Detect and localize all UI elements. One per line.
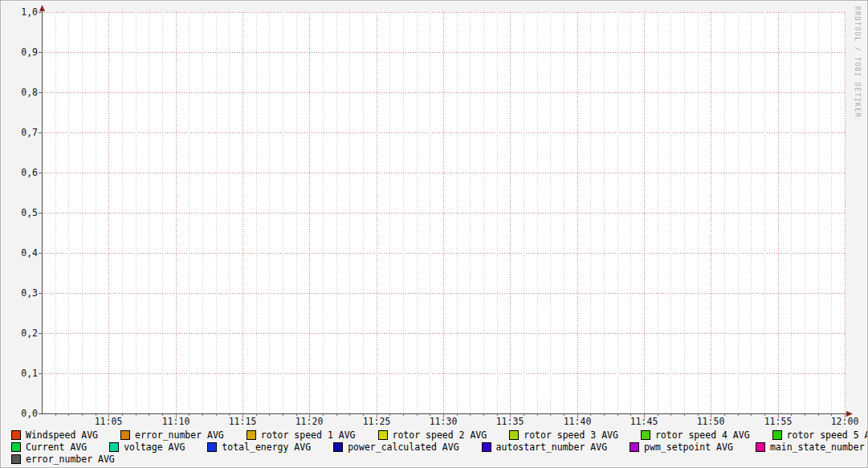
legend-swatch	[247, 430, 256, 440]
legend-swatch	[109, 442, 119, 452]
legend-swatch	[641, 430, 650, 440]
legend-swatch	[509, 430, 519, 440]
legend-item: rotor speed 5 AVG	[772, 429, 868, 441]
legend-swatch	[120, 430, 130, 440]
y-tick-label: 0,4	[12, 248, 38, 258]
legend-item: rotor speed 1 AVG	[247, 429, 356, 441]
legend-item: autostart_number AVG	[482, 442, 607, 453]
legend-label: rotor speed 4 AVG	[655, 429, 750, 441]
legend-swatch	[207, 442, 217, 452]
legend-item: main_state_number AVG	[756, 442, 868, 453]
y-tick-label: 0,7	[12, 128, 38, 138]
legend-label: pwm_setpoint AVG	[644, 442, 733, 453]
x-tick-label: 11:45	[625, 417, 663, 427]
legend-swatch	[772, 430, 782, 440]
legend-swatch	[11, 442, 21, 452]
legend-swatch	[630, 442, 639, 452]
x-tick-label: 11:40	[558, 417, 597, 427]
y-tick-label: 0,2	[12, 328, 38, 339]
legend-swatch	[482, 442, 491, 452]
legend-row: Current AVGvoltage AVGtotal_energy AVGpo…	[11, 441, 868, 453]
legend-swatch	[756, 442, 765, 452]
legend-swatch	[11, 454, 21, 464]
x-tick-label: 11:55	[759, 417, 797, 427]
y-tick-label: 0,1	[12, 368, 38, 379]
y-tick-label: 0,3	[12, 288, 38, 299]
legend-item: voltage AVG	[109, 442, 185, 453]
legend-label: rotor speed 2 AVG	[393, 429, 487, 441]
legend-label: error_number AVG	[135, 429, 224, 441]
x-tick-label: 11:05	[89, 417, 128, 427]
legend-item: error_number AVG	[11, 454, 115, 465]
y-tick-label: 0,0	[12, 409, 38, 419]
legend-label: error_number AVG	[26, 454, 115, 465]
legend-item: pwm_setpoint AVG	[630, 442, 733, 453]
y-tick-label: 0,8	[12, 87, 38, 98]
legend-swatch	[333, 442, 343, 452]
legend-label: rotor speed 1 AVG	[261, 429, 356, 441]
legend-label: rotor speed 5 AVG	[787, 429, 868, 441]
legend-item: rotor speed 4 AVG	[641, 429, 750, 441]
x-tick-label: 11:50	[691, 417, 730, 427]
y-tick-label: 0,6	[12, 168, 38, 178]
legend-item: rotor speed 2 AVG	[378, 429, 487, 441]
legend-item: power_calculated AVG	[333, 442, 458, 453]
legend-row: Windspeed AVGerror_number AVGrotor speed…	[11, 429, 868, 441]
y-tick-label: 0,5	[12, 208, 38, 218]
legend-swatch	[11, 430, 21, 440]
legend-item: Windspeed AVG	[11, 429, 98, 441]
x-tick-label: 12:00	[825, 417, 864, 427]
x-tick-label: 11:15	[223, 417, 262, 427]
legend: Windspeed AVGerror_number AVGrotor speed…	[11, 429, 868, 465]
legend-label: main_state_number AVG	[770, 442, 868, 453]
legend-row: error_number AVG	[11, 453, 868, 465]
legend-item: rotor speed 3 AVG	[509, 429, 618, 441]
legend-label: autostart_number AVG	[496, 442, 607, 453]
legend-item: Current AVG	[11, 442, 87, 453]
x-tick-label: 11:20	[290, 417, 328, 427]
x-tick-label: 11:35	[491, 417, 529, 427]
y-tick-label: 0,9	[12, 47, 38, 58]
legend-item: total_energy AVG	[207, 442, 311, 453]
legend-item: error_number AVG	[120, 429, 224, 441]
legend-swatch	[378, 430, 388, 440]
legend-label: voltage AVG	[124, 442, 185, 453]
x-tick-label: 11:10	[157, 417, 195, 427]
legend-label: Current AVG	[26, 442, 87, 453]
rrdtool-graph: 0,00,10,20,30,40,50,60,70,80,91,0 11:051…	[0, 0, 868, 468]
legend-label: Windspeed AVG	[26, 429, 98, 441]
legend-label: power_calculated AVG	[348, 442, 458, 453]
legend-label: rotor speed 3 AVG	[524, 429, 618, 441]
x-tick-label: 11:30	[424, 417, 463, 427]
x-tick-label: 11:25	[357, 417, 396, 427]
y-tick-label: 1,0	[12, 7, 38, 18]
watermark-text: RRDTOOL / TOBI OETIKER	[854, 6, 861, 118]
legend-label: total_energy AVG	[222, 442, 311, 453]
chart-grid-canvas	[1, 1, 868, 468]
